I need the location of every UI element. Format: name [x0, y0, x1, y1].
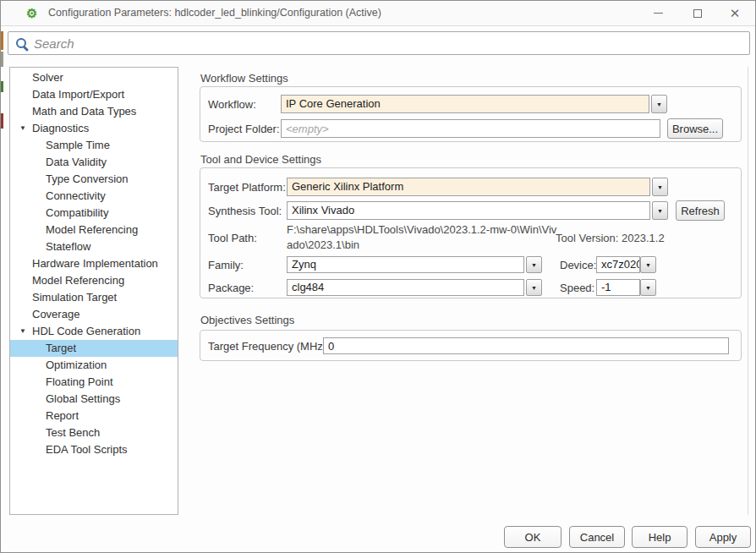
target-platform-combo-arrow[interactable]: ▼: [652, 178, 668, 196]
sidebar-item-label: Optimization: [46, 359, 107, 371]
family-combo-arrow[interactable]: ▼: [526, 256, 542, 273]
sidebar-item-diagnostics[interactable]: ▼Diagnostics: [10, 120, 178, 137]
minimize-button[interactable]: [644, 1, 671, 25]
sidebar-item-optimization[interactable]: Optimization: [10, 357, 178, 374]
apply-button[interactable]: Apply: [695, 526, 751, 548]
tool-path-label: Tool Path:: [208, 232, 257, 244]
synthesis-tool-combo[interactable]: Xilinx Vivado: [287, 201, 650, 220]
sidebar-item-label: Diagnostics: [32, 122, 89, 134]
sidebar-item-label: Solver: [32, 71, 63, 84]
search-input[interactable]: [34, 36, 749, 51]
sidebar-item-data-validity[interactable]: Data Validity: [10, 154, 178, 171]
sidebar-item-model-referencing[interactable]: Model Referencing: [10, 272, 178, 289]
speed-label: Speed:: [560, 282, 594, 294]
sidebar-item-label: Type Conversion: [46, 172, 129, 185]
sidebar-item-label: Test Bench: [46, 426, 100, 439]
device-label: Device:: [560, 259, 596, 271]
target-platform-combo[interactable]: Generic Xilinx Platform: [287, 178, 650, 196]
speed-combo[interactable]: -1: [596, 279, 640, 296]
cancel-button[interactable]: Cancel: [569, 526, 625, 548]
synthesis-tool-combo-arrow[interactable]: ▼: [652, 201, 668, 220]
device-combo-arrow[interactable]: ▼: [640, 256, 656, 273]
workflow-combo[interactable]: IP Core Generation: [281, 95, 649, 113]
sidebar-tree: SolverData Import/ExportMath and Data Ty…: [9, 67, 178, 515]
sidebar-item-test-bench[interactable]: Test Bench: [10, 424, 178, 441]
chevron-down-icon: ▼: [645, 285, 651, 291]
sidebar-item-stateflow[interactable]: Stateflow: [10, 238, 178, 255]
edge-sliver: [1, 52, 3, 67]
minimize-icon: [654, 13, 663, 14]
sidebar-item-label: Stateflow: [46, 240, 90, 253]
sidebar-item-label: HDL Code Generation: [32, 325, 140, 337]
close-icon: ✕: [730, 7, 741, 19]
family-combo[interactable]: Zynq: [287, 256, 524, 273]
sidebar-item-solver[interactable]: Solver: [10, 69, 178, 86]
edge-sliver: [1, 31, 3, 50]
sidebar-item-connectivity[interactable]: Connectivity: [10, 188, 178, 205]
sidebar-item-sample-time[interactable]: Sample Time: [10, 137, 178, 154]
refresh-button[interactable]: Refresh: [676, 200, 725, 221]
edge-sliver: [1, 81, 3, 92]
sidebar-item-label: Model Referencing: [32, 274, 124, 287]
sidebar-item-label: Hardware Implementation: [32, 257, 158, 270]
sidebar-item-label: Report: [46, 409, 79, 422]
package-combo-arrow[interactable]: ▼: [526, 279, 542, 296]
sidebar-item-label: Math and Data Types: [32, 105, 136, 118]
window-title: Configuration Parameters: hdlcoder_led_b…: [48, 1, 381, 25]
sidebar-item-floating-point[interactable]: Floating Point: [10, 374, 178, 391]
sidebar-item-compatibility[interactable]: Compatibility: [10, 205, 178, 222]
search-bar: [8, 31, 750, 55]
chevron-down-icon: ▼: [657, 208, 663, 214]
section-title-objectives-settings: Objectives Settings: [200, 314, 294, 326]
sidebar-item-eda-tool-scripts[interactable]: EDA Tool Scripts: [10, 441, 178, 458]
sidebar-item-hardware-implementation[interactable]: Hardware Implementation: [10, 255, 178, 272]
sidebar-item-type-conversion[interactable]: Type Conversion: [10, 171, 178, 188]
section-title-workflow-settings: Workflow Settings: [200, 72, 288, 85]
sidebar-item-math-and-data-types[interactable]: Math and Data Types: [10, 103, 178, 120]
target-frequency-label: Target Frequency (MHz):: [208, 340, 330, 353]
sidebar-item-coverage[interactable]: Coverage: [10, 306, 178, 323]
chevron-down-icon: ▼: [531, 262, 537, 268]
sidebar-item-global-settings[interactable]: Global Settings: [10, 391, 178, 408]
tree-expand-icon[interactable]: ▼: [19, 120, 26, 137]
gear-icon: ⚙: [26, 7, 37, 19]
speed-combo-arrow[interactable]: ▼: [640, 279, 656, 296]
sidebar-item-target[interactable]: Target: [10, 340, 178, 357]
tool-version-label: Tool Version: 2023.1.2: [556, 232, 665, 244]
section-title-tool-device-settings: Tool and Device Settings: [200, 153, 321, 166]
sidebar-item-report[interactable]: Report: [10, 408, 178, 424]
maximize-button[interactable]: [684, 1, 711, 25]
sidebar-item-model-referencing[interactable]: Model Referencing: [10, 222, 178, 238]
sidebar-item-label: Floating Point: [46, 375, 113, 388]
package-combo[interactable]: clg484: [287, 279, 524, 296]
sidebar-item-label: Target: [46, 342, 76, 354]
workflow-label: Workflow:: [208, 98, 256, 111]
browse-button[interactable]: Browse...: [667, 118, 723, 139]
chevron-down-icon: ▼: [645, 262, 651, 268]
tool-device-settings-group: Target Platform: Generic Xilinx Platform…: [200, 167, 742, 298]
sidebar-item-hdl-code-generation[interactable]: ▼HDL Code Generation: [10, 323, 178, 340]
workflow-combo-arrow[interactable]: ▼: [651, 95, 667, 113]
workflow-settings-group: Workflow: IP Core Generation ▼ Project F…: [200, 86, 742, 142]
target-frequency-input[interactable]: [323, 337, 729, 354]
project-folder-label: Project Folder:: [208, 123, 280, 135]
edge-sliver: [1, 113, 3, 129]
search-icon: [16, 38, 26, 48]
sidebar-item-data-import-export[interactable]: Data Import/Export: [10, 86, 178, 103]
tree-expand-icon[interactable]: ▼: [19, 323, 26, 340]
sidebar-item-label: Model Referencing: [46, 223, 138, 236]
close-button[interactable]: ✕: [721, 1, 748, 25]
configuration-parameters-dialog: ⚙ Configuration Parameters: hdlcoder_led…: [0, 0, 756, 553]
sidebar-item-label: Global Settings: [46, 392, 120, 405]
project-folder-input[interactable]: [281, 119, 660, 138]
sidebar-item-label: Data Import/Export: [32, 88, 124, 101]
title-bar: ⚙ Configuration Parameters: hdlcoder_led…: [1, 1, 755, 26]
sidebar-item-label: Connectivity: [46, 189, 106, 202]
sidebar-item-label: Coverage: [32, 308, 79, 320]
ok-button[interactable]: OK: [504, 526, 562, 548]
sidebar-item-label: Simulation Target: [32, 291, 117, 304]
device-combo[interactable]: xc7z020: [596, 256, 640, 273]
sidebar-item-simulation-target[interactable]: Simulation Target: [10, 289, 178, 306]
synthesis-tool-label: Synthesis Tool:: [208, 205, 282, 217]
help-button[interactable]: Help: [632, 526, 688, 548]
